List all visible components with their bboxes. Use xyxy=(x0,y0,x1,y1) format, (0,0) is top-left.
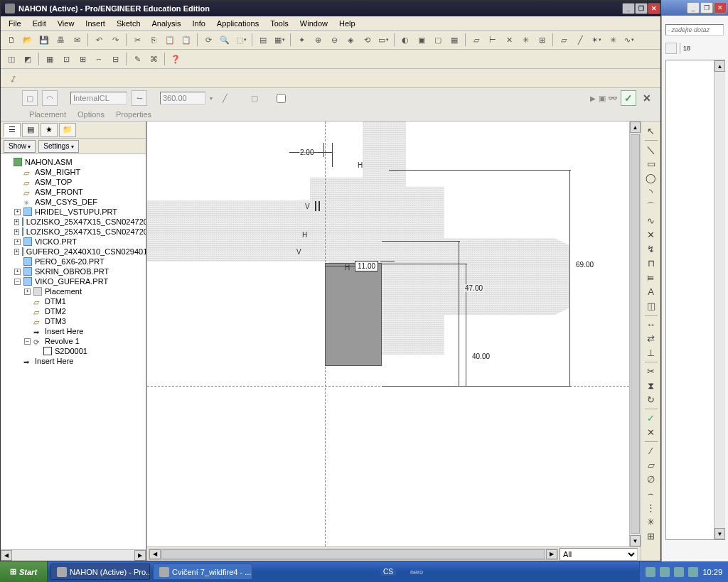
tree-tab-model-icon[interactable]: ☰ xyxy=(4,123,21,137)
menu-file[interactable]: File xyxy=(4,18,26,29)
datum-point-toggle-icon[interactable]: ✕ xyxy=(501,32,517,48)
orient-icon[interactable]: ⟲ xyxy=(359,32,375,48)
menu-insert[interactable]: Insert xyxy=(80,18,110,29)
menu-tools[interactable]: Tools xyxy=(265,18,294,29)
tree-settings-button[interactable]: Settings xyxy=(38,140,78,153)
menu-help[interactable]: Help xyxy=(334,18,360,29)
sk-circle-icon[interactable]: ∅ xyxy=(643,473,659,486)
tree-item[interactable]: DTM2 xyxy=(45,306,66,316)
tree-item[interactable]: DTM3 xyxy=(45,316,66,326)
taskbar-task[interactable]: Cvičení 7_wildfire4 - ... xyxy=(153,564,252,580)
tree-item[interactable]: ASM_TOP xyxy=(35,177,72,187)
sk-rect-icon[interactable]: ▱ xyxy=(643,458,659,472)
datum-csys-icon[interactable]: ✳ xyxy=(605,32,621,48)
trim-tool-icon[interactable]: ✂ xyxy=(643,365,659,378)
weak-dim-icon[interactable]: ⊟ xyxy=(107,51,123,67)
menu-applications[interactable]: Applications xyxy=(212,18,264,29)
dim-47[interactable]: 47.00 xyxy=(464,284,483,292)
sketch-tool-1-icon[interactable]: ✎ xyxy=(129,51,145,67)
sketch-done-icon[interactable]: ✓ xyxy=(643,411,659,425)
revolve-solid-icon[interactable]: ▢ xyxy=(22,90,38,106)
zoom-in-icon[interactable]: ⊕ xyxy=(310,32,326,48)
collapse-icon[interactable]: – xyxy=(24,338,31,345)
grid-on-icon[interactable]: ▦ xyxy=(42,51,58,67)
tree-item[interactable]: LOZISKO_25X47X15_CSN024720A.PRT xyxy=(26,227,146,237)
cut-icon[interactable]: ✂ xyxy=(129,32,145,48)
tree-item[interactable]: HRIDEL_VSTUPU.PRT xyxy=(35,207,117,217)
angle-input[interactable] xyxy=(160,92,205,104)
regenerate-icon[interactable]: ⟳ xyxy=(200,32,216,48)
rotate-resize-tool-icon[interactable]: ↻ xyxy=(643,393,659,406)
tray-icon[interactable] xyxy=(688,567,698,577)
tree-h-scrollbar[interactable]: ◀▶ xyxy=(1,549,146,561)
bg-restore-button[interactable]: ❐ xyxy=(700,2,713,14)
csys-toggle-icon[interactable]: ✳ xyxy=(518,32,533,48)
find-icon[interactable]: 🔍 xyxy=(217,32,232,48)
palette-tool-icon[interactable]: ◫ xyxy=(643,299,659,313)
dim-2[interactable]: 2.00 xyxy=(299,149,314,156)
datum-plane-icon[interactable]: ▱ xyxy=(556,32,572,48)
axis-collector-input[interactable] xyxy=(70,92,127,104)
graphics-area[interactable]: H H H V V 2.00 11.00 47. xyxy=(147,122,641,546)
scroll-down-icon[interactable]: ▼ xyxy=(630,535,641,546)
taskbar-clock[interactable]: 10:29 xyxy=(702,568,722,576)
taskbar-task[interactable]: NAHON (Active) - Pro... xyxy=(50,564,150,580)
tree-item[interactable]: ASM_FRONT xyxy=(35,187,83,197)
expand-icon[interactable]: + xyxy=(14,209,21,215)
wireframe-icon[interactable]: ▦ xyxy=(446,32,462,48)
datum-axis-icon[interactable]: ╱ xyxy=(572,32,588,48)
sk-centerline-icon[interactable]: ⋮ xyxy=(643,501,659,514)
pause-glasses-icon[interactable]: ▣ 👓 xyxy=(599,94,618,103)
remove-material-checkbox[interactable] xyxy=(277,94,286,103)
tree-item[interactable]: LOZISKO_25X47X15_CSN024720A.PRT xyxy=(26,217,146,227)
feature-cancel-button[interactable]: ✕ xyxy=(639,90,655,106)
tree-item[interactable]: GUFERO_24X40X10_CSN029401.PRT xyxy=(26,247,146,257)
tree-item[interactable]: PERO_6X6-20.PRT xyxy=(35,257,105,266)
sk-line-icon[interactable]: ∕ xyxy=(643,444,659,458)
copy-icon[interactable]: ⎘ xyxy=(146,32,161,48)
bg-minimize-button[interactable]: _ xyxy=(687,2,700,14)
offset-edge-tool-icon[interactable]: ⫢ xyxy=(643,271,659,284)
dashboard-drag-icon[interactable]: ⤢ xyxy=(3,68,23,88)
datum-point-icon[interactable]: ✶ xyxy=(589,32,604,48)
sk-point2-icon[interactable]: ✳ xyxy=(643,515,659,529)
tree-item[interactable]: ASM_RIGHT xyxy=(35,167,80,177)
edge-use-tool-icon[interactable]: ⊓ xyxy=(643,257,659,270)
tree-item[interactable]: S2D0001 xyxy=(55,346,87,356)
menu-window[interactable]: Window xyxy=(295,18,333,29)
tree-item[interactable]: Placement xyxy=(45,286,82,296)
point-tool-icon[interactable]: ✕ xyxy=(643,228,659,242)
tree-item[interactable]: Revolve 1 xyxy=(45,336,80,346)
tray-icon[interactable] xyxy=(646,567,655,577)
tree-root[interactable]: NAHON.ASM xyxy=(25,157,73,167)
maximize-button[interactable]: ❐ xyxy=(635,3,648,14)
menu-info[interactable]: Info xyxy=(187,18,210,29)
saved-view-icon[interactable]: ▭ xyxy=(375,32,391,48)
shade-icon[interactable]: ◐ xyxy=(397,32,413,48)
expand-icon[interactable]: + xyxy=(14,269,21,275)
arc-tool-icon[interactable]: ◝ xyxy=(643,185,659,199)
mail-icon[interactable]: ✉ xyxy=(69,32,85,48)
tree-tab-folder-icon[interactable]: 📁 xyxy=(59,123,76,137)
tray-icon[interactable] xyxy=(660,567,670,577)
datum-plane-toggle-icon[interactable]: ▱ xyxy=(469,32,484,48)
bg-close-button[interactable]: ✕ xyxy=(714,2,727,14)
dash-tab-properties[interactable]: Properties xyxy=(116,110,151,119)
expand-icon[interactable]: + xyxy=(24,289,31,295)
layers-icon[interactable]: ▤ xyxy=(255,32,271,48)
select-filter-icon[interactable]: ⬚ xyxy=(233,32,249,48)
line-tool-icon[interactable]: ＼ xyxy=(643,143,659,156)
model-tree[interactable]: NAHON.ASM ASM_RIGHT ASM_TOP ASM_FRONT AS… xyxy=(1,154,146,549)
sketch-quit-icon[interactable]: ✕ xyxy=(643,426,659,439)
menu-edit[interactable]: Edit xyxy=(28,18,51,29)
menu-view[interactable]: View xyxy=(53,18,80,29)
sketch-view-icon[interactable]: ◩ xyxy=(20,51,36,67)
tray-icon[interactable] xyxy=(674,567,684,577)
hidden-line-icon[interactable]: ▣ xyxy=(414,32,429,48)
dash-tab-placement[interactable]: Placement xyxy=(29,110,66,119)
text-tool-icon[interactable]: A xyxy=(643,285,659,298)
system-tray[interactable]: 10:29 xyxy=(639,561,728,582)
tree-active-part[interactable]: VIKO_GUFERA.PRT xyxy=(35,276,108,286)
menu-sketch[interactable]: Sketch xyxy=(112,18,146,29)
fillet-tool-icon[interactable]: ⌒ xyxy=(643,200,659,213)
